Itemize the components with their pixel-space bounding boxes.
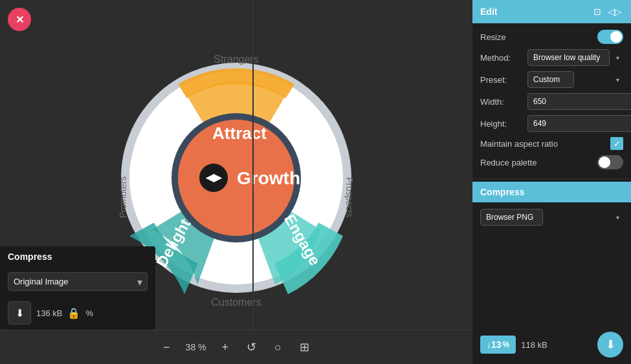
method-select-wrapper[interactable]: Browser low quality Browser high quality… <box>527 49 623 66</box>
prospects-label: Prospects <box>344 177 355 217</box>
edit-section: Resize Method: Browser low quality Brows… <box>472 23 631 176</box>
compress-header-title: Compress <box>480 187 524 197</box>
zoom-level-display: 38 % <box>183 342 209 352</box>
resize-toggle-knob <box>610 31 622 43</box>
compress-quality-percent: % <box>85 308 93 318</box>
navigate-icon-button[interactable]: ◁▷ <box>606 5 623 18</box>
zoom-out-icon: − <box>163 341 170 354</box>
expand-icon: ⊡ <box>593 6 601 17</box>
compress-method-wrapper[interactable]: Browser PNG Browser JPEG OptiPNG <box>480 209 623 226</box>
edit-title: Edit <box>480 6 497 17</box>
compress-size-right: 118 kB <box>521 340 547 350</box>
compress-bottom-bar: ↓13 % 118 kB ⬇ <box>472 325 631 364</box>
arrow-icon: ◀▶ <box>205 172 223 183</box>
zoom-in-icon: + <box>222 341 229 354</box>
promoters-label: Promoters <box>118 177 128 219</box>
zoom-in-button[interactable]: + <box>217 338 234 357</box>
width-row: Width: <box>480 93 623 110</box>
close-button[interactable]: ✕ <box>8 8 31 31</box>
attract-text: Attract <box>212 123 267 143</box>
section-divider <box>472 178 631 179</box>
download-icon: ⬇ <box>16 307 24 319</box>
navigate-icon: ◁▷ <box>608 6 622 17</box>
rotate-icon: ↺ <box>247 340 256 354</box>
compress-panel-header: Compress <box>0 246 155 267</box>
crop-icon: ⊞ <box>300 340 309 354</box>
compress-panel: Compress Original Image Low Quality Medi… <box>0 246 155 330</box>
growth-text: Growth <box>237 168 300 188</box>
compress-format-select[interactable]: Original Image Low Quality Medium Qualit… <box>8 272 148 291</box>
aspect-ratio-label: Maintain aspect ratio <box>480 139 605 149</box>
crop-button[interactable]: ⊞ <box>294 337 315 357</box>
compress-file-size: 136 kB <box>36 308 62 318</box>
header-icons: ⊡ ◁▷ <box>592 5 623 18</box>
resize-label: Resize <box>480 32 522 42</box>
compress-footer: ⬇ 136 kB 🔒 % <box>0 296 155 330</box>
circle-button[interactable]: ○ <box>269 338 287 357</box>
compress-header: Compress <box>472 182 631 202</box>
canvas-divider <box>252 0 254 330</box>
rotate-button[interactable]: ↺ <box>241 337 261 357</box>
method-row: Method: Browser low quality Browser high… <box>480 49 623 66</box>
compress-title: Compress <box>8 252 52 262</box>
method-label: Method: <box>480 53 522 63</box>
aspect-ratio-checkbox[interactable] <box>610 137 623 150</box>
height-label: Height: <box>480 119 522 129</box>
reduce-palette-row: Reduce palette <box>480 155 623 169</box>
preset-row: Preset: Custom Twitter Facebook Instagra… <box>480 71 623 88</box>
circle-icon: ○ <box>274 341 282 354</box>
height-row: Height: <box>480 115 623 132</box>
preset-label: Preset: <box>480 75 522 85</box>
reduce-palette-knob <box>599 156 610 168</box>
reduce-palette-label: Reduce palette <box>480 158 564 167</box>
compress-download-button[interactable]: ⬇ <box>8 301 31 325</box>
compress-section: Browser PNG Browser JPEG OptiPNG <box>472 202 631 232</box>
compress-panel-body: Original Image Low Quality Medium Qualit… <box>0 267 155 296</box>
height-input[interactable] <box>527 115 631 132</box>
quality-icon: 🔒 <box>67 307 80 319</box>
right-panel: Edit ⊡ ◁▷ Resize Method: Browser low qua… <box>472 0 631 364</box>
zoom-value: 38 % <box>186 342 206 352</box>
edit-header: Edit ⊡ ◁▷ <box>472 0 631 23</box>
aspect-ratio-row: Maintain aspect ratio <box>480 137 623 150</box>
download-icon-right: ⬇ <box>606 337 615 352</box>
close-icon: ✕ <box>16 14 24 26</box>
width-input[interactable] <box>527 93 631 110</box>
method-select[interactable]: Browser low quality Browser high quality… <box>527 49 610 66</box>
compress-select-wrapper[interactable]: Original Image Low Quality Medium Qualit… <box>8 272 148 291</box>
percent-suffix: % <box>503 340 510 349</box>
download-button-right[interactable]: ⬇ <box>597 332 623 358</box>
preset-select[interactable]: Custom Twitter Facebook Instagram <box>527 71 574 88</box>
expand-icon-button[interactable]: ⊡ <box>592 5 603 18</box>
width-label: Width: <box>480 97 522 107</box>
compress-method-select[interactable]: Browser PNG Browser JPEG OptiPNG <box>480 209 543 226</box>
compress-percentage-badge: ↓13 % <box>480 336 516 354</box>
resize-toggle[interactable] <box>597 30 623 44</box>
compress-percent-value: ↓13 <box>487 339 502 350</box>
reduce-palette-toggle[interactable] <box>597 155 623 169</box>
bottom-toolbar: − 38 % + ↺ ○ ⊞ <box>0 330 472 364</box>
zoom-out-button[interactable]: − <box>158 338 175 357</box>
customers-label: Customers <box>211 297 261 308</box>
resize-row: Resize <box>480 30 623 44</box>
preset-select-wrapper[interactable]: Custom Twitter Facebook Instagram <box>527 71 623 88</box>
